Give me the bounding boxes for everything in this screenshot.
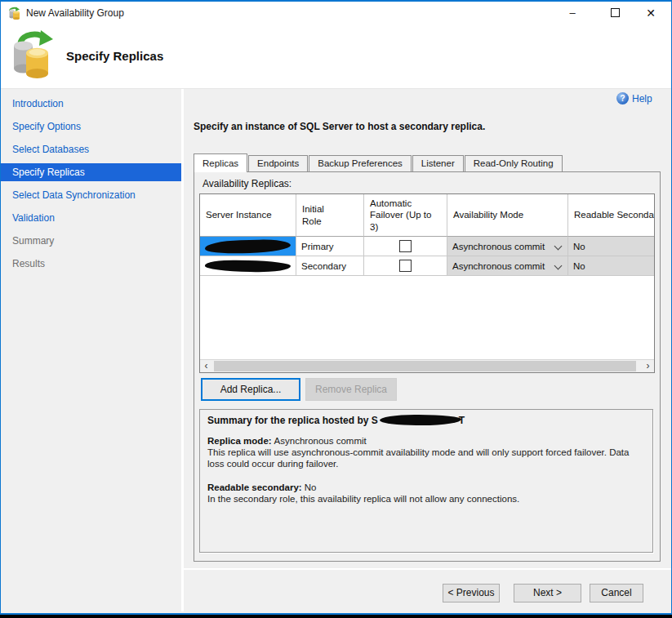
- help-label: Help: [632, 93, 652, 104]
- column-header-readable-secondary[interactable]: Readable Secondary: [568, 194, 654, 237]
- column-header-server-instance[interactable]: Server Instance: [200, 194, 296, 237]
- sidebar-item-specify-options[interactable]: Specify Options: [1, 118, 181, 136]
- sidebar-item-introduction[interactable]: Introduction: [1, 95, 181, 113]
- horizontal-scrollbar[interactable]: ‹ ›: [200, 359, 654, 372]
- availability-replicas-label: Availability Replicas:: [202, 178, 291, 189]
- sidebar-item-select-databases[interactable]: Select Databases: [1, 140, 181, 158]
- remove-replica-button: Remove Replica: [305, 378, 397, 401]
- page-title: Specify Replicas: [66, 49, 163, 63]
- scroll-left-icon[interactable]: ‹: [200, 360, 212, 372]
- previous-button[interactable]: < Previous: [443, 584, 500, 602]
- sidebar-item-select-data-synchronization[interactable]: Select Data Synchronization: [1, 186, 181, 204]
- sidebar-item-results: Results: [1, 255, 181, 273]
- automatic-failover-cell: [364, 237, 447, 256]
- grid-header-row: Server Instance Initial Role Automatic F…: [200, 194, 654, 237]
- server-instance-cell[interactable]: [200, 256, 296, 276]
- column-header-availability-mode[interactable]: Availability Mode: [447, 194, 568, 237]
- footer-divider: [184, 568, 671, 570]
- redaction-scribble: [380, 415, 461, 425]
- tab-listener[interactable]: Listener: [412, 155, 464, 172]
- scrollbar-thumb[interactable]: [214, 361, 636, 371]
- new-availability-group-window: New Availability Group – ✕ Specify Repli…: [0, 0, 672, 615]
- chevron-down-icon: [554, 242, 563, 251]
- instruction-text: Specify an instance of SQL Server to hos…: [194, 121, 485, 132]
- help-icon: ?: [616, 92, 629, 104]
- add-replica-button[interactable]: Add Replica...: [201, 378, 300, 401]
- initial-role-cell: Primary: [296, 237, 364, 256]
- redaction-scribble: [205, 260, 291, 273]
- tab-read-only-routing[interactable]: Read-Only Routing: [465, 155, 563, 172]
- availability-mode-dropdown[interactable]: Asynchronous commit: [447, 237, 568, 256]
- column-header-automatic-failover[interactable]: Automatic Failover (Up to 3): [364, 194, 447, 237]
- automatic-failover-checkbox[interactable]: [399, 240, 412, 252]
- database-app-icon: [8, 7, 21, 20]
- availability-replicas-grid: Server Instance Initial Role Automatic F…: [199, 193, 655, 373]
- window-title: New Availability Group: [26, 2, 124, 24]
- tab-replicas[interactable]: Replicas: [194, 153, 247, 172]
- cancel-button[interactable]: Cancel: [590, 584, 643, 602]
- maximize-button[interactable]: [602, 3, 628, 23]
- tab-endpoints[interactable]: Endpoints: [248, 155, 308, 172]
- wizard-steps-sidebar: Introduction Specify Options Select Data…: [1, 95, 181, 278]
- scroll-right-icon[interactable]: ›: [642, 360, 654, 372]
- availability-mode-dropdown[interactable]: Asynchronous commit: [447, 256, 568, 276]
- replica-row-secondary: Secondary Asynchronous commit No: [200, 256, 654, 276]
- title-bar: New Availability Group – ✕: [1, 2, 671, 24]
- availability-group-icon: [11, 29, 58, 79]
- readable-secondary-line: Readable secondary:No: [207, 482, 645, 492]
- sidebar-item-validation[interactable]: Validation: [1, 209, 181, 227]
- initial-role-cell: Secondary: [296, 256, 364, 276]
- sidebar-divider: [181, 89, 184, 611]
- sidebar-item-summary: Summary: [1, 232, 181, 250]
- wizard-header: Specify Replicas: [1, 24, 671, 89]
- automatic-failover-checkbox[interactable]: [399, 260, 412, 272]
- tab-backup-preferences[interactable]: Backup Preferences: [309, 155, 412, 172]
- summary-title: Summary for the replica hosted by ST: [207, 415, 645, 426]
- maximize-icon: [611, 8, 620, 17]
- minimize-button[interactable]: –: [559, 3, 585, 23]
- readable-secondary-cell[interactable]: No: [568, 237, 654, 256]
- redaction-scribble: [205, 238, 291, 254]
- next-button[interactable]: Next >: [514, 584, 581, 602]
- close-button[interactable]: ✕: [638, 3, 664, 23]
- help-link[interactable]: ? Help: [616, 92, 652, 104]
- readable-secondary-cell[interactable]: No: [568, 256, 654, 276]
- sidebar-item-specify-replicas[interactable]: Specify Replicas: [1, 163, 181, 181]
- replica-mode-description: This replica will use asynchronous-commi…: [207, 447, 645, 470]
- replica-row-primary: Primary Asynchronous commit No: [200, 237, 654, 256]
- server-instance-cell[interactable]: [200, 237, 296, 256]
- replicas-tab-panel: Availability Replicas: Server Instance I…: [194, 171, 661, 562]
- readable-secondary-description: In the secondary role, this availability…: [207, 493, 645, 505]
- tab-strip: Replicas Endpoints Backup Preferences Li…: [194, 153, 563, 172]
- replica-summary-panel: Summary for the replica hosted by ST Rep…: [199, 409, 653, 553]
- replica-mode-line: Replica mode:Asynchronous commit: [207, 436, 645, 446]
- column-header-initial-role[interactable]: Initial Role: [296, 194, 364, 237]
- automatic-failover-cell: [364, 256, 447, 276]
- minimize-icon: –: [569, 7, 575, 19]
- close-icon: ✕: [646, 7, 656, 20]
- chevron-down-icon: [554, 262, 563, 270]
